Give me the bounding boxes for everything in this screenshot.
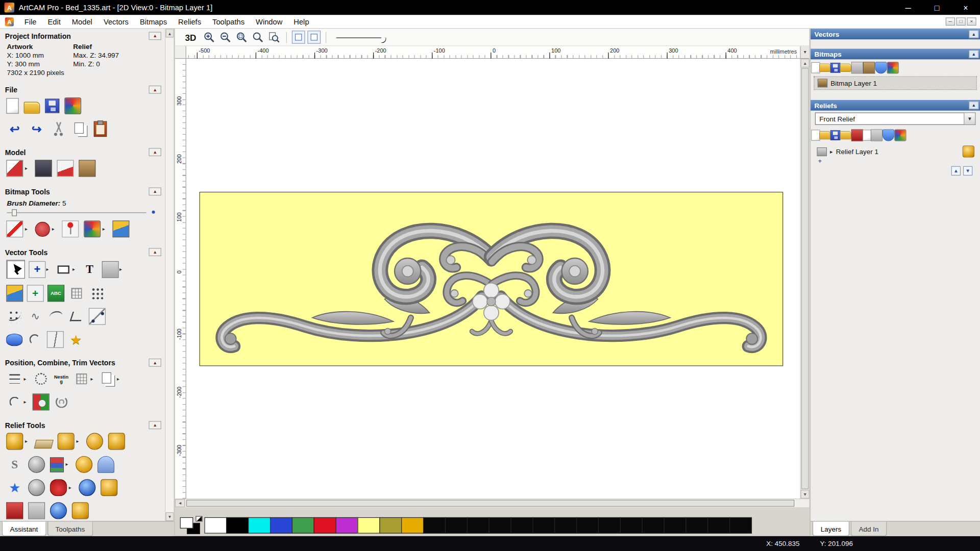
palette-swatch-16[interactable] [554,517,577,534]
menu-help[interactable]: Help [288,16,314,27]
paste-on-grid-icon[interactable] [68,285,85,302]
relief-calculator-icon[interactable] [871,129,883,141]
zoom-in-icon[interactable] [203,30,216,44]
palette-swatch-9[interactable] [401,517,424,534]
open-model-icon[interactable] [24,102,40,113]
bitmap-layer-row[interactable]: Bitmap Layer 1 [814,76,977,90]
shape-editor-icon[interactable] [6,433,23,450]
glass-relief-icon[interactable] [97,456,114,473]
primary-colour-swatch[interactable] [180,517,193,528]
clipped-relief-icon-1[interactable] [6,502,23,519]
menu-toolpaths[interactable]: Toolpaths [207,16,250,27]
tab-layers[interactable]: Layers [813,521,849,536]
palette-swatch-13[interactable] [489,517,511,534]
tab-add-in[interactable]: Add In [851,521,887,536]
ruler-options-icon[interactable]: ▾ [800,46,809,58]
bitmaps-panel-header[interactable]: Bitmaps ▲ [811,49,980,60]
text-on-curve-icon[interactable]: ABC [47,285,64,302]
block-copy-icon[interactable] [73,370,90,387]
brush-diameter-slider[interactable] [7,208,146,217]
star-relief-icon[interactable]: ★ [6,479,23,496]
palette-swatch-8[interactable] [379,517,402,534]
model-notes-icon[interactable] [57,160,74,177]
vscroll-thumb[interactable] [801,68,809,489]
scroll-left-icon[interactable]: ◂ [175,499,185,507]
vectors-panel-header[interactable]: Vectors ▲ [811,29,980,39]
collapse-bitmap-tools-button[interactable]: ▲ [149,187,161,195]
menu-file[interactable]: File [19,16,42,27]
sculpting-icon[interactable] [58,433,75,450]
relief-colours-icon[interactable] [894,129,906,141]
vertical-scrollbar[interactable]: ▴ ▾ [800,59,809,498]
create-ellipse-icon[interactable] [6,333,22,345]
redo-icon[interactable]: ↪ [28,120,45,137]
paint-brush-icon-dropdown[interactable]: ▸ [25,226,30,232]
flood-fill-icon[interactable] [112,220,129,237]
tab-toolpaths[interactable]: Toolpaths [47,521,93,536]
undo-icon[interactable]: ↩ [6,120,23,137]
palette-swatch-12[interactable] [467,517,489,534]
cut-icon[interactable] [50,120,67,137]
copy-vectors-icon[interactable] [100,370,116,387]
mdi-close-button[interactable]: × [967,17,976,26]
palette-swatch-0[interactable] [204,517,227,534]
slider-handle[interactable] [12,209,17,216]
save-model-icon[interactable] [45,98,59,113]
menu-window[interactable]: Window [250,16,288,27]
pick-colour-icon-dropdown[interactable]: ▸ [52,226,57,232]
relief-layer-visibility-icon[interactable] [963,145,974,157]
bitmap-adjust-icon[interactable] [863,62,875,73]
document-system-icon[interactable]: A [5,17,14,26]
node-editing-icon[interactable] [89,308,106,325]
create-star-icon[interactable]: ★ [67,331,84,348]
close-button[interactable]: × [951,0,980,15]
colour-palette-icon[interactable] [84,220,101,237]
stack-relief-icon[interactable] [50,457,64,472]
paste-icon[interactable] [94,121,107,137]
paste-relief-icon-dropdown[interactable]: ▸ [69,485,74,490]
set-model-size-icon-dropdown[interactable]: ▸ [25,165,30,171]
create-rectangle-icon-dropdown[interactable]: ▸ [72,266,78,272]
collapse-vectors-button[interactable]: ▲ [969,30,979,38]
copy-icon[interactable] [72,120,89,137]
palette-swatch-15[interactable] [532,517,555,534]
bitmap-open-icon[interactable] [819,63,830,71]
palette-swatch-5[interactable] [314,517,336,534]
move-layer-up-icon[interactable]: ▲ [951,166,961,176]
reliefs-panel-header[interactable]: Reliefs ▲ [811,100,980,111]
palette-swatch-2[interactable] [248,517,271,534]
palette-swatch-18[interactable] [598,517,621,534]
dropdown-arrow-icon[interactable]: ▼ [964,113,975,124]
create-rectangle-icon[interactable] [55,261,72,278]
view-3d-button[interactable]: 3D [181,32,200,43]
relief-wizard-icon[interactable] [108,433,125,450]
relief-save-icon[interactable] [830,130,841,140]
create-polyline-icon[interactable] [68,308,85,325]
create-text-icon[interactable]: T [81,261,98,278]
collapse-project-information-button[interactable]: ▲ [149,32,161,40]
palette-swatch-4[interactable] [292,517,314,534]
zoom-out-icon[interactable] [218,30,232,44]
scroll-up-icon[interactable]: ▴ [165,29,174,37]
pan-view-icon[interactable] [292,31,305,44]
relief-page-icon[interactable] [863,130,871,140]
import-artwork-icon[interactable] [64,97,81,114]
envelope-distort-icon[interactable] [6,285,23,302]
measure-icon[interactable] [102,261,119,278]
relief-delete-icon[interactable] [883,129,894,141]
drawing-canvas[interactable] [186,59,800,498]
minimize-button[interactable]: ─ [894,0,922,15]
collapse-reliefs-button[interactable]: ▲ [969,101,979,109]
dome-relief-icon[interactable] [86,433,103,450]
horizontal-scrollbar[interactable]: ◂ [175,498,810,507]
palette-swatch-20[interactable] [642,517,665,534]
capture-view-icon[interactable] [307,31,321,44]
maximize-button[interactable]: □ [922,0,951,15]
set-model-size-icon[interactable] [6,160,23,177]
collapse-bitmaps-button[interactable]: ▲ [969,50,979,58]
circular-copy-icon[interactable] [33,370,50,387]
polygon-array-icon[interactable] [89,285,106,302]
bitmap-save-icon[interactable] [830,62,841,72]
scroll-up-icon[interactable]: ▴ [801,59,810,67]
snap-grid-icon[interactable]: + [27,285,44,302]
